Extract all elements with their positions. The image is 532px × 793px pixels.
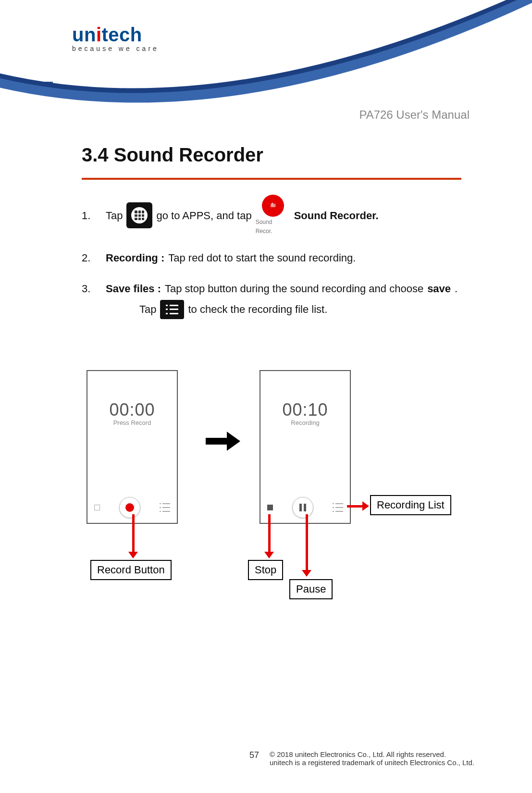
logo-text-suffix: tech [102, 24, 142, 45]
logo-text-prefix: un [72, 24, 96, 45]
stop-button-icon [267, 505, 273, 510]
callout-arrow-pause [302, 514, 311, 577]
sound-recorder-app-label: Sound Recor. [256, 218, 290, 236]
content: 1. Tap go to APPS, and tap ıllıı Sound R… [82, 195, 461, 319]
phone1-timer: 00:00 [87, 400, 177, 420]
phone1-recording-list-icon [160, 503, 170, 512]
phone2-timer: 00:10 [260, 400, 350, 420]
step-3-bold: Save files : [106, 280, 161, 297]
apps-icon [126, 202, 152, 228]
step-2-bold: Recording : [106, 249, 164, 266]
logo-text-i: i [96, 24, 102, 45]
phone2-status: Recording [260, 419, 350, 426]
step-3-save: save [427, 280, 451, 297]
footer-line-1: © 2018 unitech Electronics Co., Ltd. All… [270, 750, 446, 758]
phone-screenshot-recording: 00:10 Recording [260, 370, 351, 524]
step-3-indent: Tap to check the recording file list. [139, 300, 461, 319]
step-1-text-b: go to APPS, and tap [156, 207, 251, 224]
step-3-text-a: Tap stop button during the sound recordi… [165, 280, 423, 297]
page: unitech because we care PA726 User's Man… [0, 0, 532, 793]
step-1-text-c: Sound Recorder. [294, 207, 379, 224]
step-3-number: 3. [82, 280, 102, 297]
callout-arrow-stop [264, 514, 274, 558]
phone1-status: Press Record [87, 419, 177, 426]
step-2-text: Tap red dot to start the sound recording… [168, 249, 356, 266]
section-heading: 3.4 Sound Recorder [82, 144, 263, 166]
side-accent-line [0, 82, 53, 84]
phone-mockups: 00:00 Press Record 00:10 Recording [82, 370, 476, 586]
step-1-text-a: Tap [106, 207, 123, 224]
step-2: 2. Recording : Tap red dot to start the … [82, 249, 461, 266]
page-number: 57 [249, 750, 259, 760]
logo-tagline: because we care [72, 45, 159, 52]
phone2-recording-list-icon [333, 503, 343, 512]
footer: 57 © 2018 unitech Electronics Co., Ltd. … [249, 750, 474, 767]
callout-pause: Pause [289, 579, 333, 599]
step-2-number: 2. [82, 249, 102, 266]
step-3-indent-b: to check the recording file list. [188, 301, 327, 318]
header-swoosh [0, 0, 532, 125]
arrow-right-icon [206, 432, 241, 451]
callout-stop: Stop [248, 560, 283, 580]
step-1-number: 1. [82, 207, 102, 224]
footer-line-2: unitech is a registered trademark of uni… [270, 758, 474, 767]
logo: unitech because we care [72, 24, 159, 52]
callout-record-button: Record Button [90, 560, 172, 580]
callout-recording-list: Recording List [370, 495, 451, 515]
phone-screenshot-idle: 00:00 Press Record [87, 370, 178, 524]
footer-text: © 2018 unitech Electronics Co., Ltd. All… [270, 750, 474, 767]
heading-rule [82, 178, 461, 180]
step-3: 3. Save files : Tap stop button during t… [82, 280, 461, 297]
recording-list-icon [160, 300, 184, 319]
phone1-left-placeholder-icon [94, 505, 100, 510]
manual-title: PA726 User's Manual [359, 108, 470, 122]
callout-arrow-recording-list [347, 501, 369, 511]
callout-arrow-record [128, 514, 138, 558]
logo-wordmark: unitech [72, 24, 159, 46]
step-3-indent-a: Tap [139, 301, 156, 318]
step-1: 1. Tap go to APPS, and tap ıllıı Sound R… [82, 195, 461, 236]
sound-recorder-app-icon: ıllıı Sound Recor. [256, 195, 290, 236]
step-3-dot: . [455, 280, 458, 297]
